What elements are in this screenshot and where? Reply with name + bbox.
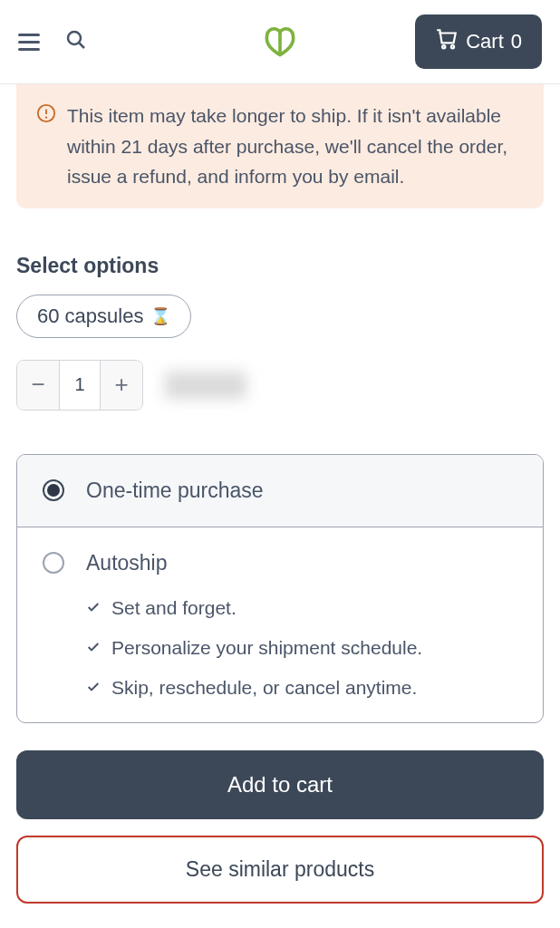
feature-text: Skip, reschedule, or cancel anytime.	[111, 677, 417, 699]
autoship-features: Set and forget. Personalize your shipmen…	[86, 597, 517, 699]
feature-item: Skip, reschedule, or cancel anytime.	[86, 677, 517, 699]
cart-icon	[435, 27, 459, 56]
add-to-cart-button[interactable]: Add to cart	[16, 750, 544, 819]
radio-unchecked-icon	[43, 552, 64, 574]
hourglass-icon: ⌛	[150, 306, 170, 326]
increase-qty-button[interactable]: +	[101, 361, 142, 410]
feature-text: Set and forget.	[111, 597, 237, 619]
one-time-option[interactable]: One-time purchase	[17, 455, 543, 527]
quantity-value: 1	[59, 361, 101, 410]
search-icon[interactable]	[65, 29, 87, 54]
notice-text: This item may take longer to ship. If it…	[67, 101, 524, 192]
quantity-row: − 1 +	[16, 360, 544, 411]
cart-count: 0	[511, 30, 522, 53]
feature-item: Set and forget.	[86, 597, 517, 619]
header: Cart 0	[0, 0, 560, 84]
decrease-qty-button[interactable]: −	[17, 361, 59, 410]
autoship-label: Autoship	[86, 551, 168, 575]
feature-text: Personalize your shipment schedule.	[111, 637, 422, 659]
cart-button[interactable]: Cart 0	[415, 14, 542, 69]
svg-point-0	[68, 32, 81, 44]
cart-label: Cart	[466, 30, 504, 53]
select-options-title: Select options	[16, 254, 544, 278]
warning-icon	[36, 101, 56, 127]
check-icon	[86, 637, 101, 659]
feature-item: Personalize your shipment schedule.	[86, 637, 517, 659]
logo[interactable]	[260, 20, 300, 63]
autoship-option[interactable]: Autoship Set and forget. Personalize you…	[17, 527, 543, 722]
menu-button[interactable]	[18, 34, 40, 51]
svg-point-2	[442, 45, 445, 48]
see-similar-button[interactable]: See similar products	[16, 836, 544, 904]
variant-label: 60 capsules	[37, 304, 143, 328]
quantity-stepper: − 1 +	[16, 360, 143, 411]
one-time-label: One-time purchase	[86, 478, 264, 503]
check-icon	[86, 677, 101, 699]
price-blurred	[165, 372, 246, 399]
check-icon	[86, 597, 101, 619]
purchase-options: One-time purchase Autoship Set and forge…	[16, 454, 544, 723]
header-left	[18, 29, 87, 54]
variant-chip[interactable]: 60 capsules ⌛	[16, 295, 191, 338]
svg-line-1	[80, 44, 85, 49]
shipping-notice: This item may take longer to ship. If it…	[16, 84, 544, 208]
svg-point-3	[451, 45, 454, 48]
radio-checked-icon	[43, 479, 64, 501]
svg-point-6	[45, 116, 47, 118]
